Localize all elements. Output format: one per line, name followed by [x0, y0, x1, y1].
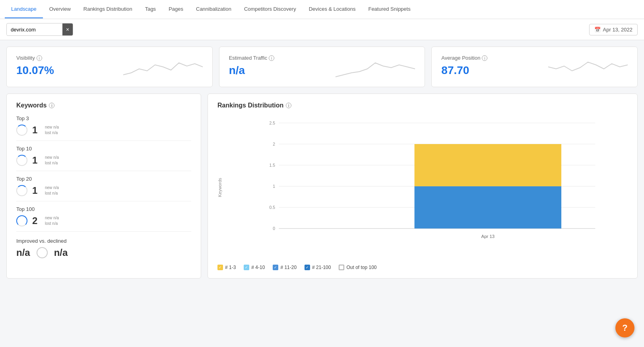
y-axis-label: Keywords	[217, 178, 222, 197]
chart-title: Rankings Distribution i	[217, 102, 628, 109]
nav-tab-landscape[interactable]: Landscape	[5, 0, 43, 18]
traffic-label: Estimated Traffic i	[229, 55, 275, 61]
visibility-info-icon[interactable]: i	[37, 55, 42, 61]
domain-input-wrap: ×	[6, 23, 73, 36]
visibility-card: Visibility i 10.07%	[6, 47, 213, 87]
legend-check-out-100	[339, 265, 344, 270]
top10-icon	[16, 155, 27, 166]
traffic-sparkline	[336, 55, 415, 79]
legend-label-1-3: # 1-3	[225, 265, 236, 270]
bottom-row: Keywords i Top 3 1 new n/a lost n/a Top …	[6, 94, 638, 279]
rankings-chart-card: Rankings Distribution i Keywords	[208, 94, 638, 279]
svg-text:0: 0	[273, 226, 275, 231]
top100-count: 2	[32, 215, 40, 226]
legend-label-11-20: # 11-20	[280, 265, 297, 270]
top100-meta: new n/a lost n/a	[45, 215, 59, 226]
top100-label: Top 100	[16, 206, 191, 212]
top3-section: Top 3 1 new n/a lost n/a	[16, 115, 191, 141]
top3-row: 1 new n/a lost n/a	[16, 125, 191, 136]
nav-tab-pages[interactable]: Pages	[162, 0, 190, 18]
nav-tab-cannibalization[interactable]: Cannibalization	[190, 0, 238, 18]
svg-text:2.5: 2.5	[270, 121, 275, 125]
legend-21-100[interactable]: ✓ # 21-100	[305, 265, 331, 270]
domain-input[interactable]	[7, 24, 62, 35]
position-info-icon[interactable]: i	[482, 55, 487, 61]
declined-icon	[37, 247, 48, 258]
top20-section: Top 20 1 new n/a lost n/a	[16, 176, 191, 201]
top3-count: 1	[32, 125, 40, 136]
position-sparkline	[548, 55, 628, 79]
nav-tab-rankings[interactable]: Rankings Distribution	[77, 0, 139, 18]
top10-section: Top 10 1 new n/a lost n/a	[16, 146, 191, 171]
rankings-chart-svg: 2.5 2 1.5 1 0.5 0 Apr 13	[224, 115, 628, 259]
traffic-value: n/a	[229, 64, 275, 77]
top20-icon	[16, 185, 27, 196]
top3-icon	[16, 125, 27, 136]
top-nav: Landscape Overview Rankings Distribution…	[0, 0, 644, 19]
keywords-info-icon[interactable]: i	[49, 103, 54, 108]
top10-meta: new n/a lost n/a	[45, 155, 59, 166]
top100-row: 2 new n/a lost n/a	[16, 215, 191, 226]
legend-4-10[interactable]: ✓ # 4-10	[244, 265, 265, 270]
top10-count: 1	[32, 155, 40, 166]
nav-tab-overview[interactable]: Overview	[43, 0, 77, 18]
legend-label-21-100: # 21-100	[312, 265, 331, 270]
top20-count: 1	[32, 185, 40, 196]
visibility-label: Visibility i	[16, 55, 54, 61]
legend-check-11-20: ✓	[273, 265, 278, 270]
declined-val: n/a	[54, 247, 68, 258]
nav-tab-tags[interactable]: Tags	[139, 0, 162, 18]
nav-tab-snippets[interactable]: Featured Snippets	[362, 0, 417, 18]
improved-section: Improved vs. declined n/a n/a	[16, 238, 191, 258]
avg-position-card: Average Position i 87.70	[431, 47, 638, 87]
svg-text:2: 2	[273, 142, 275, 146]
top20-meta: new n/a lost n/a	[45, 185, 59, 196]
calendar-icon: 📅	[594, 27, 601, 33]
nav-tab-devices[interactable]: Devices & Locations	[303, 0, 362, 18]
improved-label: Improved vs. declined	[16, 238, 191, 244]
avg-position-label: Average Position i	[441, 55, 487, 61]
metrics-row: Visibility i 10.07% Estimated Traffic i …	[6, 47, 638, 87]
traffic-info-icon[interactable]: i	[269, 55, 274, 61]
legend-11-20[interactable]: ✓ # 11-20	[273, 265, 297, 270]
nav-tab-competitors[interactable]: Competitors Discovery	[238, 0, 303, 18]
top100-icon	[16, 215, 27, 226]
top20-row: 1 new n/a lost n/a	[16, 185, 191, 196]
clear-domain-button[interactable]: ×	[62, 23, 73, 35]
top10-row: 1 new n/a lost n/a	[16, 155, 191, 166]
svg-text:0.5: 0.5	[270, 205, 275, 210]
legend-out-100[interactable]: Out of top 100	[339, 265, 376, 270]
legend-check-21-100: ✓	[305, 265, 310, 270]
legend-check-1-3: ✓	[217, 265, 223, 270]
traffic-card: Estimated Traffic i n/a	[219, 47, 425, 87]
top20-label: Top 20	[16, 176, 191, 182]
top10-label: Top 10	[16, 146, 191, 152]
legend-check-4-10: ✓	[244, 265, 249, 270]
svg-text:Apr 13: Apr 13	[481, 234, 495, 239]
svg-text:1.5: 1.5	[270, 163, 275, 168]
keywords-title: Keywords i	[16, 102, 191, 109]
legend-label-out-100: Out of top 100	[346, 265, 376, 270]
legend-label-4-10: # 4-10	[251, 265, 265, 270]
main-content: Visibility i 10.07% Estimated Traffic i …	[0, 40, 644, 285]
avg-position-value: 87.70	[441, 64, 487, 77]
chart-legend: ✓ # 1-3 ✓ # 4-10 ✓ # 11-20 ✓ # 21-100	[217, 265, 628, 270]
date-picker-button[interactable]: 📅 Apr 13, 2022	[589, 24, 638, 35]
svg-text:1: 1	[273, 184, 275, 189]
top3-meta: new n/a lost n/a	[45, 125, 59, 136]
visibility-value: 10.07%	[16, 64, 54, 77]
bar-11-20	[415, 144, 561, 186]
top100-section: Top 100 2 new n/a lost n/a	[16, 206, 191, 232]
date-label: Apr 13, 2022	[603, 27, 632, 33]
legend-1-3[interactable]: ✓ # 1-3	[217, 265, 236, 270]
keywords-card: Keywords i Top 3 1 new n/a lost n/a Top …	[6, 94, 201, 279]
visibility-sparkline	[123, 55, 203, 79]
top3-label: Top 3	[16, 115, 191, 121]
improved-val: n/a	[16, 247, 30, 258]
improved-row: n/a n/a	[16, 247, 191, 258]
bar-21-100	[415, 186, 561, 228]
toolbar: × 📅 Apr 13, 2022	[0, 19, 644, 40]
chart-info-icon[interactable]: i	[286, 103, 291, 108]
